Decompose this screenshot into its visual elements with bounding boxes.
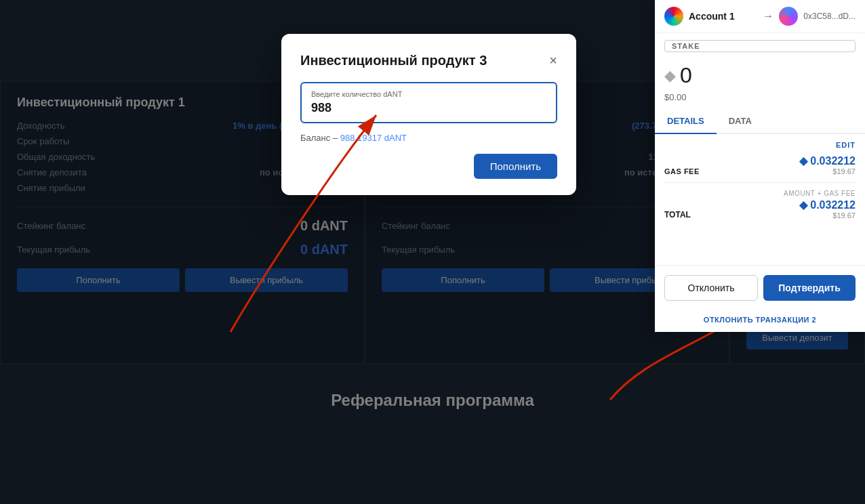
modal-balance-value[interactable]: 988.19317 dANT (340, 133, 407, 143)
eth-symbol-icon: ◆ (799, 155, 807, 167)
modal-close-button[interactable]: × (549, 53, 557, 68)
arrow-icon: → (763, 10, 773, 22)
gas-fee-row: GAS FEE ◆ 0.032212 $19.67 (664, 154, 856, 175)
metamask-actions: Отклонить Подтвердить (655, 265, 865, 310)
total-usd: $19.67 (799, 211, 856, 219)
gas-fee-usd: $19.67 (799, 167, 856, 175)
modal-button-row: Пополнить (300, 154, 557, 179)
modal-title: Инвестиционный продукт 3 (300, 53, 487, 68)
amount-gas-label: AMOUNT + GAS FEE (664, 190, 856, 197)
eth-total-icon: ◆ (799, 199, 807, 211)
modal-amount-input[interactable] (311, 101, 546, 115)
investment-modal: Инвестиционный продукт 3 × Введите колич… (281, 34, 576, 195)
eth-balance-amount: 0 (680, 63, 692, 88)
modal-balance: Баланс – 988.19317 dANT (300, 133, 557, 143)
metamask-tabs: DETAILS DATA (655, 109, 865, 134)
eth-balance-row: ◆ 0 (655, 59, 865, 92)
eth-network-icon (779, 7, 798, 26)
modal-input-group[interactable]: Введите количество dANT (300, 82, 557, 123)
edit-link[interactable]: EDIT (664, 141, 856, 149)
background-page: Инвестиционный продукт 1 Доходность 1% в… (0, 0, 865, 504)
metamask-details-content: EDIT GAS FEE ◆ 0.032212 $19.67 AMOUNT + … (655, 134, 865, 265)
reject-all-link[interactable]: ОТКЛОНИТЬ ТРАНЗАКЦИИ 2 (655, 310, 865, 332)
usd-balance: $0.00 (655, 92, 865, 102)
metamask-panel: Account 1 → 0x3C58...dD... STAKE ◆ 0 $0.… (655, 0, 865, 332)
modal-input-label: Введите количество dANT (311, 90, 546, 98)
total-value: ◆ 0.032212 $19.67 (799, 198, 856, 219)
modal-balance-label: Баланс – (300, 133, 338, 143)
gas-fee-value: ◆ 0.032212 $19.67 (799, 154, 856, 175)
stake-badge: STAKE (664, 40, 856, 52)
wallet-address: 0x3C58...dD... (803, 12, 856, 21)
metamask-header: Account 1 → 0x3C58...dD... (655, 0, 865, 33)
total-label: TOTAL (664, 210, 691, 219)
account-icon (664, 7, 683, 26)
total-row: TOTAL ◆ 0.032212 $19.67 (664, 198, 856, 219)
reject-button[interactable]: Отклонить (664, 275, 758, 301)
tab-data[interactable]: DATA (717, 109, 764, 134)
total-eth: ◆ 0.032212 (799, 198, 856, 211)
gas-fee-eth: ◆ 0.032212 (799, 154, 856, 167)
modal-header: Инвестиционный продукт 3 × (300, 53, 557, 68)
fee-divider (664, 182, 856, 183)
modal-fill-button[interactable]: Пополнить (474, 154, 557, 179)
tab-details[interactable]: DETAILS (655, 109, 717, 134)
gas-fee-label: GAS FEE (664, 167, 700, 175)
account-name: Account 1 (689, 11, 757, 22)
confirm-button[interactable]: Подтвердить (763, 275, 856, 301)
eth-diamond-icon: ◆ (664, 67, 676, 85)
